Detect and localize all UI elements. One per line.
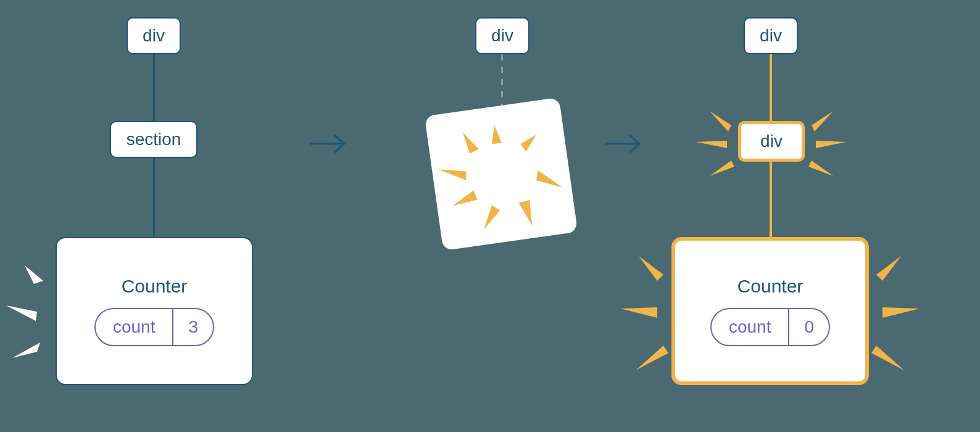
arrow-2-icon [604,127,647,164]
svg-marker-14 [696,141,727,148]
svg-marker-23 [882,307,920,318]
tree3-counter-pill-value: 0 [789,309,829,345]
tree3-counter-box: Counter count 0 [671,237,869,385]
tree1-root-label: div [143,26,165,46]
svg-marker-10 [438,165,468,184]
tree2-root-node: div [475,17,529,54]
svg-marker-1 [6,305,37,321]
svg-marker-2 [12,343,40,358]
tree1-mid-node: section [110,121,197,158]
svg-marker-8 [481,204,502,230]
svg-marker-18 [808,160,833,176]
svg-marker-24 [871,346,904,370]
tree1-counter-pill: count 3 [94,308,214,346]
svg-marker-15 [710,160,734,176]
svg-marker-20 [620,307,657,318]
tree2-root-label: div [491,26,513,46]
tree3-line-1 [770,54,772,121]
tree3-mid-node: div [738,121,805,162]
tree3-counter-burst-right-icon [864,247,926,383]
svg-marker-16 [812,111,833,131]
svg-marker-17 [816,141,847,148]
tree2-poof-box [425,98,578,251]
svg-marker-4 [489,125,502,144]
tree1-counter-box: Counter count 3 [56,237,253,385]
tree1-root-node: div [127,17,181,54]
tree1-line-2 [153,158,155,237]
poof-burst-icon [425,98,578,251]
arrow-1-icon [309,127,352,164]
svg-marker-7 [518,200,533,227]
tree3-mid-label: div [760,131,783,151]
tree3-root-label: div [760,26,782,46]
svg-marker-13 [710,111,731,131]
tree3-root-node: div [744,17,798,54]
tree3-line-2 [770,162,772,237]
tree1-counter-pill-label: count [96,309,174,345]
svg-marker-22 [876,256,901,281]
svg-marker-6 [535,167,562,191]
svg-marker-21 [636,346,668,370]
tree1-line-1 [153,54,155,121]
svg-marker-19 [639,256,663,281]
svg-marker-0 [25,265,43,284]
tree3-counter-pill-label: count [712,309,790,345]
tree1-burst-icon [0,259,59,383]
tree1-counter-title: Counter [122,276,188,297]
tree3-counter-burst-left-icon [614,247,676,383]
tree3-counter-title: Counter [737,276,804,297]
svg-marker-11 [463,131,480,154]
tree1-counter-pill-value: 3 [173,309,213,345]
tree2-dashed-line [501,54,503,113]
tree1-mid-label: section [127,130,181,149]
tree3-counter-pill: count 0 [710,308,830,346]
svg-marker-9 [451,190,478,206]
svg-marker-5 [520,135,538,152]
